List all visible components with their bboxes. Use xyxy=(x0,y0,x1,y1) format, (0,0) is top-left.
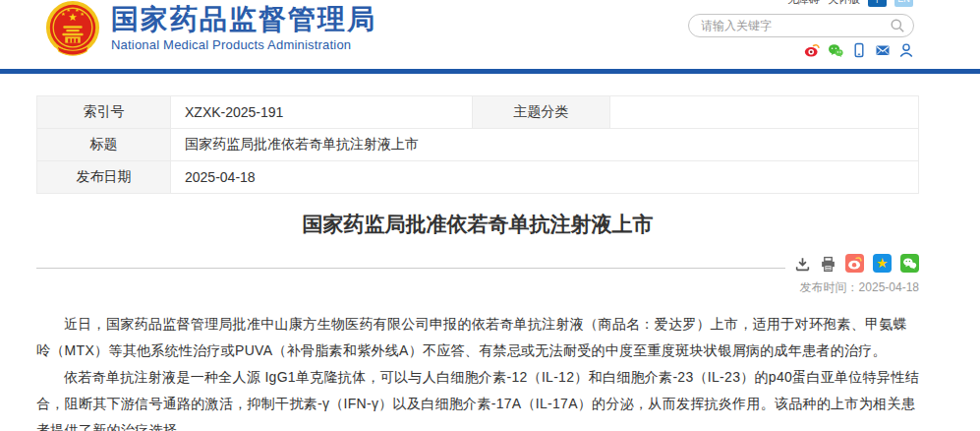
publish-date-value: 2025-04-18 xyxy=(171,161,919,194)
topic-category-label: 主题分类 xyxy=(473,96,610,129)
article-body: 近日，国家药品监督管理局批准中山康方生物医药有限公司申报的依若奇单抗注射液（商品… xyxy=(36,311,919,431)
svg-text:★: ★ xyxy=(68,11,78,23)
article-title: 国家药监局批准依若奇单抗注射液上市 xyxy=(36,208,919,241)
article-paragraph: 依若奇单抗注射液是一种全人源 IgG1单克隆抗体，可以与人白细胞介素-12（IL… xyxy=(36,364,919,431)
search-box xyxy=(688,14,914,37)
publish-time-value: 2025-04-18 xyxy=(859,280,919,294)
title-divider xyxy=(36,268,785,269)
publish-time: 发布时间：2025-04-18 xyxy=(36,279,919,296)
info-table: 索引号 XZXK-2025-191 主题分类 标题 国家药监局批准依若奇单抗注射… xyxy=(36,95,919,194)
care-mode-link[interactable]: 关怀版 xyxy=(828,0,860,7)
share-qzone-icon[interactable]: ★ xyxy=(873,254,892,273)
publish-time-label: 发布时间： xyxy=(800,280,859,294)
print-icon[interactable] xyxy=(820,256,836,273)
national-emblem-logo: ★ ★ ★ ★ ★ xyxy=(44,1,101,58)
article-toolbar: ★ xyxy=(36,253,919,273)
index-number-label: 索引号 xyxy=(37,96,171,129)
download-icon[interactable] xyxy=(794,256,811,273)
org-names: 国家药品监督管理局 National Medical Products Admi… xyxy=(111,4,376,52)
org-name-zh: 国家药品监督管理局 xyxy=(111,4,376,35)
org-name-en: National Medical Products Administration xyxy=(111,37,376,52)
svg-text:★: ★ xyxy=(75,7,80,13)
table-row: 标题 国家药监局批准依若奇单抗注射液上市 xyxy=(37,129,919,161)
topic-category-value xyxy=(610,96,919,129)
search-input[interactable] xyxy=(688,14,914,37)
title-label: 标题 xyxy=(37,129,171,161)
svg-text:★: ★ xyxy=(876,256,888,271)
lang-zh-button[interactable]: 中 xyxy=(868,0,887,7)
wechat-icon[interactable] xyxy=(828,42,843,58)
lang-en-button[interactable]: EN xyxy=(894,0,913,7)
article-paragraph: 近日，国家药品监督管理局批准中山康方生物医药有限公司申报的依若奇单抗注射液（商品… xyxy=(36,311,919,364)
header-social-icons xyxy=(804,42,914,58)
page-header: 无障碍 关怀版 中 EN ★ ★ ★ ★ ★ 国家药品监督管理局 Nationa… xyxy=(36,0,919,69)
share-wechat-icon[interactable] xyxy=(900,254,919,273)
table-row: 发布日期 2025-04-18 xyxy=(37,161,919,194)
search-icon[interactable] xyxy=(890,18,905,33)
user-icon[interactable] xyxy=(898,42,914,58)
mobile-icon[interactable] xyxy=(851,42,867,58)
topbar: 无障碍 关怀版 中 EN xyxy=(787,0,913,7)
main-content: 索引号 XZXK-2025-191 主题分类 标题 国家药监局批准依若奇单抗注射… xyxy=(36,95,919,431)
weibo-icon[interactable] xyxy=(804,42,820,58)
svg-text:★: ★ xyxy=(61,11,66,17)
index-number-value: XZXK-2025-191 xyxy=(171,96,473,129)
share-weibo-icon[interactable] xyxy=(845,254,864,273)
title-value: 国家药监局批准依若奇单抗注射液上市 xyxy=(171,129,919,161)
svg-text:★: ★ xyxy=(66,7,71,13)
publish-date-label: 发布日期 xyxy=(37,161,171,194)
accessibility-link[interactable]: 无障碍 xyxy=(787,0,820,7)
svg-text:★: ★ xyxy=(80,11,85,17)
table-row: 索引号 XZXK-2025-191 主题分类 xyxy=(37,96,919,129)
mail-icon[interactable] xyxy=(875,42,891,58)
header-divider-bar xyxy=(0,69,980,74)
